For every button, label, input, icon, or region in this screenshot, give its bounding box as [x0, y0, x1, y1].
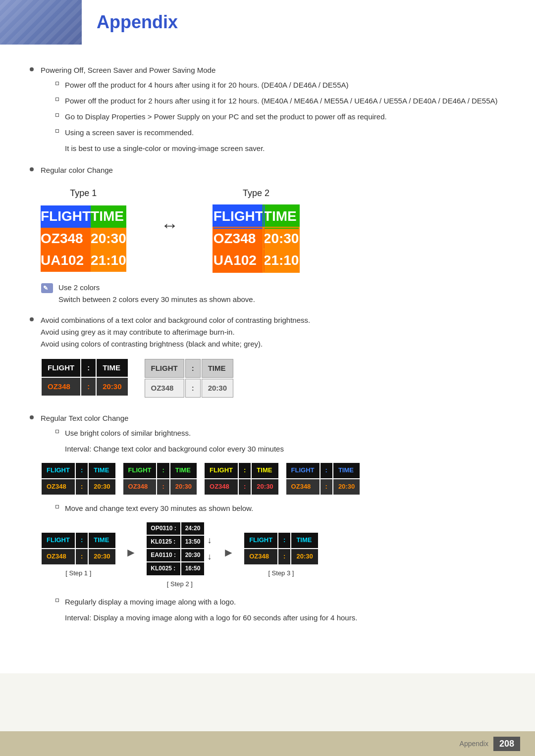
main-content: Powering Off, Screen Saver and Power Sav…	[0, 45, 535, 673]
note-switch: Switch between 2 colors every 30 minutes…	[58, 294, 255, 305]
dark-sep2: :	[81, 378, 96, 396]
type1-table: FLIGHT TIME OZ348 20:30 UA102 21:10	[41, 205, 126, 272]
table-row: OZ348 : 20:30	[42, 378, 128, 396]
sub-list-logo: Regularly display a moving image along w…	[55, 596, 505, 624]
cv4-r2: 20:30	[333, 479, 360, 495]
avoid-line1: Avoid combinations of a text color and b…	[41, 314, 505, 326]
table-row: OZ348 20:30	[41, 228, 126, 250]
table-row: OZ348 : 20:30	[286, 479, 360, 495]
dark-h1: FLIGHT	[42, 359, 80, 377]
s1-r1: OZ348	[42, 549, 75, 564]
cv4-h1: FLIGHT	[286, 463, 320, 478]
grey-sep1: :	[185, 359, 201, 378]
sub-text-1-3: Go to Display Properties > Power Supply …	[65, 111, 505, 123]
t1-ua-time-cell: 21:10	[91, 250, 126, 272]
s3-h2: TIME	[291, 533, 318, 548]
step3-table: FLIGHT : TIME OZ348 : 20:30	[243, 532, 319, 565]
table-row: FLIGHT : TIME	[205, 463, 278, 478]
sub-item-1-3: Go to Display Properties > Power Supply …	[55, 111, 505, 123]
s3-r1: OZ348	[244, 549, 277, 564]
dark-sep1: :	[81, 359, 96, 377]
header-stripe	[0, 0, 82, 45]
s2-r1c2: 24:20	[181, 522, 205, 535]
note-label: Use 2 colors	[58, 282, 255, 294]
step3-label: [ Step 3 ]	[268, 568, 294, 579]
sub-square	[55, 599, 59, 602]
cv1-table: FLIGHT : TIME OZ348 : 20:30	[41, 462, 116, 496]
step-section: FLIGHT : TIME OZ348 : 20:30 [ Step 1 ] ►	[41, 521, 505, 590]
page-title-area: Appendix	[82, 0, 535, 45]
t2-ua-time-cell: 21:10	[264, 250, 299, 272]
sub-list-move: Move and change text every 30 minutes as…	[55, 503, 505, 514]
cv3-table: FLIGHT : TIME OZ348 : 20:30	[204, 462, 279, 496]
bullet-text-4: Regular Text color Change Use bright col…	[41, 412, 505, 628]
footer-page-number: 208	[493, 737, 520, 751]
bullet-text-2: Regular color Change Type 1 FLIGHT TIME …	[41, 164, 505, 308]
sub-square	[55, 430, 59, 433]
note-row: ✎ Use 2 colors Switch between 2 colors e…	[41, 282, 505, 305]
page-title: Appendix	[97, 12, 178, 33]
t2-oz-time-cell: 20:30	[264, 228, 299, 250]
t1-ua-cell: UA102	[41, 250, 91, 272]
step2-box: OP0310 : 24:20 KL0125 : 13:50 EA0110 : 2…	[146, 521, 214, 590]
down-arrow-2: ↓	[207, 550, 212, 564]
s2-r2c1: KL0125 :	[147, 536, 180, 548]
sub-item-1-1: Power off the product for 4 hours after …	[55, 79, 505, 91]
type1-label: Type 1	[70, 186, 97, 201]
step2-label: [ Step 2 ]	[167, 579, 193, 590]
type2-table: FLIGHT TIME OZ348 20:30 UA102 21:10	[214, 205, 299, 272]
grey-r1: OZ348	[145, 379, 184, 398]
footer-label: Appendix	[460, 740, 488, 748]
cv4-sep1: :	[321, 463, 332, 478]
footer: Appendix 208	[0, 731, 535, 756]
grey-r2: 20:30	[202, 379, 233, 398]
types-section: Type 1 FLIGHT TIME OZ348 20:30 UA102 21:	[41, 186, 505, 272]
sub-item-move: Move and change text every 30 minutes as…	[55, 503, 505, 514]
step1-label: [ Step 1 ]	[65, 568, 91, 579]
grey-sep2: :	[185, 379, 201, 398]
cv3-r1: OZ348	[205, 479, 238, 495]
sub-text-1-4: Using a screen saver is recommended.	[65, 127, 505, 139]
dark-r2: 20:30	[97, 378, 127, 396]
cv1-sep2: :	[76, 479, 88, 495]
cv2-r1: OZ348	[123, 479, 157, 495]
cv4-table: FLIGHT : TIME OZ348 : 20:30	[285, 462, 361, 496]
down-arrow-1: ↓	[207, 533, 212, 548]
bullet-text-1: Powering Off, Screen Saver and Power Sav…	[41, 64, 505, 158]
table-row: OP0310 : 24:20	[147, 522, 204, 535]
cv1-h2: TIME	[89, 463, 115, 478]
table-row: OZ348 : 20:30	[123, 479, 197, 495]
bullet-text-3: Avoid combinations of a text color and b…	[41, 314, 505, 406]
dark-table: FLIGHT : TIME OZ348 : 20:30	[41, 358, 129, 397]
grey-table: FLIGHT : TIME OZ348 : 20:30	[144, 358, 235, 399]
t1-flight-cell: FLIGHT	[41, 205, 91, 228]
grey-h2: TIME	[202, 359, 233, 378]
s1-h1: FLIGHT	[42, 533, 75, 548]
s3-h1: FLIGHT	[244, 533, 277, 548]
step2-table: OP0310 : 24:20 KL0125 : 13:50 EA0110 : 2…	[146, 521, 205, 576]
t1-time-cell: TIME	[91, 205, 126, 228]
s3-sep1: :	[278, 533, 290, 548]
dark-h2: TIME	[97, 359, 127, 377]
s3-sep2: :	[278, 549, 290, 564]
t2-oz-cell: OZ348	[214, 228, 264, 250]
table-row: UA102 21:10	[214, 250, 299, 272]
table-row: KL0025 : 16:50	[147, 562, 204, 575]
bullet-4-label: Regular Text color Change	[41, 414, 128, 422]
sub-text-logo: Regularly display a moving image along w…	[65, 596, 505, 608]
bullet-dot-1	[30, 67, 34, 71]
sub-text-1-1: Power off the product for 4 hours after …	[65, 79, 505, 91]
grey-h1: FLIGHT	[145, 359, 184, 378]
table-row: FLIGHT TIME	[214, 205, 299, 228]
table-row: FLIGHT : TIME	[42, 463, 115, 478]
table-row: KL0125 : 13:50	[147, 536, 204, 548]
table-row: OZ348 : 20:30	[244, 549, 318, 564]
t2-flight-cell: FLIGHT	[214, 205, 264, 228]
s2-r4c1: KL0025 :	[147, 562, 180, 575]
sub-square	[55, 113, 59, 117]
s1-h2: TIME	[89, 533, 115, 548]
bullet-dot-4	[30, 415, 34, 419]
cv1-r1: OZ348	[42, 479, 75, 495]
bullet-item-3: Avoid combinations of a text color and b…	[30, 314, 505, 406]
table-row: FLIGHT : TIME	[42, 533, 115, 548]
